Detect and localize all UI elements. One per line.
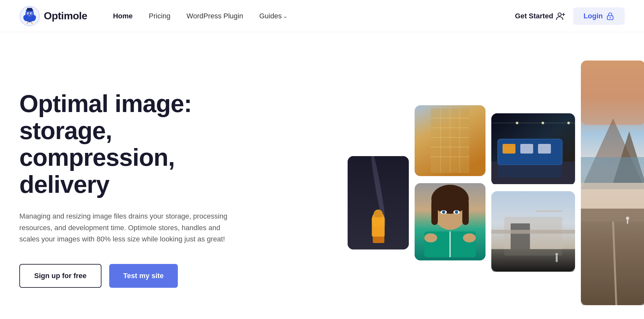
logo-icon xyxy=(19,6,40,26)
svg-point-24 xyxy=(374,210,383,219)
svg-rect-55 xyxy=(503,144,515,154)
svg-rect-57 xyxy=(538,144,551,154)
person-plus-icon xyxy=(556,11,565,21)
svg-rect-20 xyxy=(348,156,409,249)
nav-item-guides[interactable]: Guides ⌄ xyxy=(259,12,288,20)
svg-point-18 xyxy=(610,17,611,18)
svg-rect-58 xyxy=(498,165,562,178)
hero-image-building xyxy=(415,105,485,177)
svg-rect-70 xyxy=(556,256,558,262)
nav-link-guides[interactable]: Guides ⌄ xyxy=(259,12,288,20)
svg-point-44 xyxy=(442,211,445,214)
hero-title: Optimal image: storage, compression, del… xyxy=(19,90,251,198)
svg-point-45 xyxy=(455,211,458,214)
image-column-1 xyxy=(348,117,409,249)
svg-point-49 xyxy=(463,233,476,242)
image-column-2 xyxy=(415,105,485,262)
svg-point-8 xyxy=(31,13,32,14)
svg-point-61 xyxy=(542,122,544,124)
chevron-down-icon: ⌄ xyxy=(283,13,288,20)
svg-point-7 xyxy=(28,13,29,14)
logo-link[interactable]: Optimole xyxy=(19,6,87,26)
svg-point-14 xyxy=(558,13,561,16)
svg-rect-56 xyxy=(520,144,533,154)
svg-rect-81 xyxy=(627,220,628,224)
image-column-3 xyxy=(491,94,575,273)
svg-point-80 xyxy=(626,217,629,220)
nav-item-home[interactable]: Home xyxy=(113,12,133,20)
svg-point-71 xyxy=(555,253,558,256)
svg-rect-23 xyxy=(373,227,384,243)
nav-link-home[interactable]: Home xyxy=(113,12,133,20)
svg-point-62 xyxy=(567,122,570,124)
svg-rect-40 xyxy=(431,199,438,225)
svg-rect-74 xyxy=(581,61,644,125)
hero-image-subway xyxy=(491,113,575,185)
nav-item-wordpress[interactable]: WordPress Plugin xyxy=(187,12,243,20)
svg-rect-68 xyxy=(491,230,575,234)
lock-icon xyxy=(606,12,614,20)
nav-links: Home Pricing WordPress Plugin Guides ⌄ xyxy=(113,12,288,20)
nav-right: Get Started Login xyxy=(515,7,625,25)
svg-point-60 xyxy=(516,122,518,124)
svg-rect-4 xyxy=(27,8,32,10)
signup-button[interactable]: Sign up for free xyxy=(19,264,101,288)
image-column-4 xyxy=(581,61,644,306)
hero-image-person-dark xyxy=(348,156,409,249)
svg-rect-67 xyxy=(536,211,562,212)
navbar: Optimole Home Pricing WordPress Plugin G… xyxy=(0,0,644,32)
hero-image-architecture xyxy=(491,191,575,273)
test-my-site-button[interactable]: Test my site xyxy=(109,264,178,288)
login-button[interactable]: Login xyxy=(573,7,625,25)
nav-link-pricing[interactable]: Pricing xyxy=(149,12,170,20)
hero-image-coastal xyxy=(581,61,644,306)
svg-rect-69 xyxy=(491,249,575,272)
svg-rect-66 xyxy=(511,223,530,249)
hero-section: Optimal image: storage, compression, del… xyxy=(0,32,644,309)
hero-image-collage xyxy=(322,32,644,309)
svg-point-48 xyxy=(424,233,437,242)
nav-link-wordpress[interactable]: WordPress Plugin xyxy=(187,12,243,20)
logo-text: Optimole xyxy=(44,10,87,22)
nav-item-pricing[interactable]: Pricing xyxy=(149,12,170,20)
hero-image-person-reading xyxy=(415,183,485,262)
hero-description: Managing and resizing image files drains… xyxy=(19,211,232,245)
svg-rect-41 xyxy=(462,199,469,225)
hero-buttons: Sign up for free Test my site xyxy=(19,264,251,288)
hero-content: Optimal image: storage, compression, del… xyxy=(19,58,251,288)
get-started-button[interactable]: Get Started xyxy=(515,11,566,21)
